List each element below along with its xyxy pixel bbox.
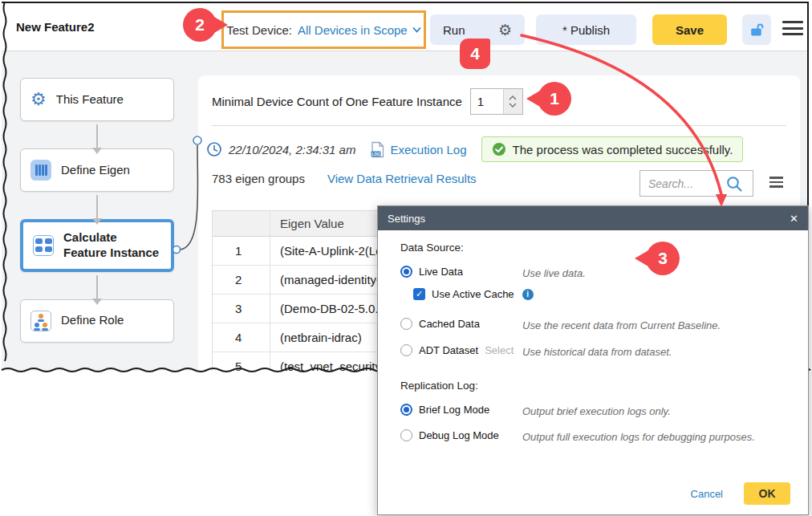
- eigen-bars-icon: [30, 160, 51, 181]
- success-message-text: The process was completed successfully.: [513, 143, 733, 156]
- row-index: 5: [213, 352, 270, 371]
- svg-text:LOG: LOG: [372, 152, 381, 156]
- radio-label: Live Data: [419, 266, 463, 278]
- table-header-index: [213, 211, 270, 236]
- screenshot-stage: New Feature2 Test Device: All Devices in…: [0, 0, 812, 516]
- radio-adt-dataset[interactable]: ADT Dataset Select: [400, 344, 514, 356]
- radio-icon-selected[interactable]: [400, 404, 412, 416]
- table-menu-icon[interactable]: [769, 177, 783, 190]
- success-check-icon: [492, 142, 506, 156]
- checkbox-label: Use Active Cache: [432, 288, 514, 300]
- role-people-icon: [30, 311, 51, 331]
- sidebar-step-define-eigen[interactable]: Define Eigen: [20, 148, 174, 192]
- flow-arrow-down-icon: [96, 124, 98, 148]
- unlock-button[interactable]: [742, 14, 771, 45]
- hamburger-menu-icon[interactable]: [782, 21, 803, 39]
- eigen-groups-row: 783 eigen groups View Data Retrieval Res…: [212, 172, 477, 185]
- callout-badge-2: 2: [183, 8, 217, 42]
- settings-dialog-title: Settings: [388, 213, 425, 225]
- minimal-device-count-label: Minimal Device Count of One Feature Inst…: [212, 95, 462, 108]
- minimal-device-count-row: Minimal Device Count of One Feature Inst…: [212, 88, 523, 115]
- radio-label: Brief Log Mode: [419, 404, 489, 416]
- save-button[interactable]: Save: [652, 14, 727, 45]
- sidebar-step-calculate-feature-instance[interactable]: Calculate Feature Instance: [20, 219, 174, 272]
- row-index: 4: [213, 323, 270, 351]
- publish-button[interactable]: * Publish: [536, 14, 636, 45]
- step-label: This Feature: [56, 92, 124, 108]
- radio-icon[interactable]: [400, 318, 412, 330]
- search-box[interactable]: [639, 170, 753, 197]
- callout-number: 3: [658, 249, 668, 268]
- eigen-groups-count: 783 eigen groups: [212, 172, 305, 185]
- callout-badge-3: 3: [646, 242, 680, 275]
- radio-debug-log-mode[interactable]: Debug Log Mode: [400, 429, 499, 441]
- view-data-retrieval-results-link[interactable]: View Data Retrieval Results: [327, 172, 477, 185]
- execution-timestamp: 22/10/2024, 2:34:31 am: [229, 143, 355, 156]
- cancel-button[interactable]: Cancel: [691, 488, 723, 500]
- info-icon[interactable]: i: [522, 289, 534, 300]
- callout-number: 1: [550, 89, 559, 108]
- row-index: 2: [213, 266, 270, 294]
- step-label: Define Role: [61, 313, 124, 328]
- radio-brief-log-mode[interactable]: Brief Log Mode: [400, 404, 489, 416]
- callout-badge-4: 4: [460, 39, 490, 69]
- unlock-icon: [749, 22, 765, 38]
- execution-log-link[interactable]: Execution Log: [390, 143, 466, 156]
- execution-status-row: 22/10/2024, 2:34:31 am LOG Execution Log…: [206, 135, 743, 164]
- chevron-down-icon: [412, 26, 421, 33]
- top-toolbar: New Feature2 Test Device: All Devices in…: [2, 3, 807, 51]
- instance-grid-icon: [33, 235, 54, 256]
- radio-icon[interactable]: [400, 344, 412, 356]
- data-source-section-label: Data Source:: [400, 242, 464, 254]
- test-device-highlight-box: Test Device: All Devices in Scope: [221, 10, 426, 49]
- adt-dataset-description: Use historical data from dataset.: [522, 346, 672, 358]
- run-settings-gear-icon[interactable]: ⚙: [498, 22, 512, 38]
- sidebar-step-this-feature[interactable]: ⚙ This Feature: [20, 78, 174, 121]
- radio-cached-data[interactable]: Cached Data: [400, 318, 480, 330]
- step-label: Calculate Feature Instance: [63, 230, 161, 261]
- radio-icon[interactable]: [400, 429, 412, 441]
- spin-down-icon: [509, 103, 517, 108]
- adt-select-link[interactable]: Select: [485, 344, 514, 356]
- spin-up-icon: [509, 95, 517, 100]
- success-message-box: The process was completed successfully.: [481, 136, 744, 162]
- minimal-device-count-stepper[interactable]: 1: [470, 88, 523, 115]
- run-button-label: Run: [443, 23, 465, 37]
- test-device-label: Test Device:: [226, 23, 292, 37]
- log-file-icon: LOG: [370, 141, 385, 158]
- replication-log-section-label: Replication Log:: [400, 380, 478, 392]
- search-icon[interactable]: [725, 175, 743, 193]
- live-data-description: Use live data.: [522, 267, 586, 279]
- row-index: 1: [213, 237, 270, 265]
- callout-number: 2: [195, 15, 205, 35]
- sidebar-step-define-role[interactable]: Define Role: [20, 299, 174, 343]
- flow-arrow-down-icon: [96, 275, 98, 299]
- checkbox-use-active-cache[interactable]: ✓ Use Active Cache i: [413, 288, 534, 300]
- radio-live-data[interactable]: Live Data: [400, 266, 463, 278]
- clock-icon: [206, 141, 222, 157]
- ok-button[interactable]: OK: [744, 482, 790, 505]
- radio-icon-selected[interactable]: [400, 266, 412, 278]
- section-divider: [212, 125, 786, 126]
- flow-arrow-down-icon: [96, 195, 98, 219]
- test-device-dropdown[interactable]: All Devices in Scope: [298, 23, 421, 37]
- close-icon[interactable]: ✕: [790, 213, 798, 225]
- stepper-spin-buttons[interactable]: [503, 89, 522, 114]
- test-device-value: All Devices in Scope: [298, 23, 408, 37]
- save-button-label: Save: [676, 23, 704, 37]
- dialog-footer: Cancel OK: [691, 482, 790, 505]
- settings-dialog-titlebar[interactable]: Settings ✕: [378, 206, 808, 230]
- step-label: Define Eigen: [61, 163, 130, 178]
- checkbox-checked-icon[interactable]: ✓: [413, 288, 425, 300]
- callout-number: 4: [470, 44, 480, 63]
- brief-log-description: Output brief execution logs only.: [522, 405, 671, 417]
- radio-label: Debug Log Mode: [419, 429, 499, 441]
- stepper-value: 1: [471, 89, 503, 114]
- search-input[interactable]: [648, 177, 725, 190]
- cached-data-description: Use the recent data from Current Baselin…: [522, 319, 721, 331]
- page-title: New Feature2: [16, 20, 95, 34]
- feature-flow-sidebar: ⚙ This Feature Define Eigen Calculate Fe…: [20, 78, 174, 343]
- radio-label: ADT Dataset: [419, 344, 478, 356]
- feature-gear-icon: ⚙: [30, 91, 47, 108]
- callout-badge-1: 1: [538, 82, 571, 116]
